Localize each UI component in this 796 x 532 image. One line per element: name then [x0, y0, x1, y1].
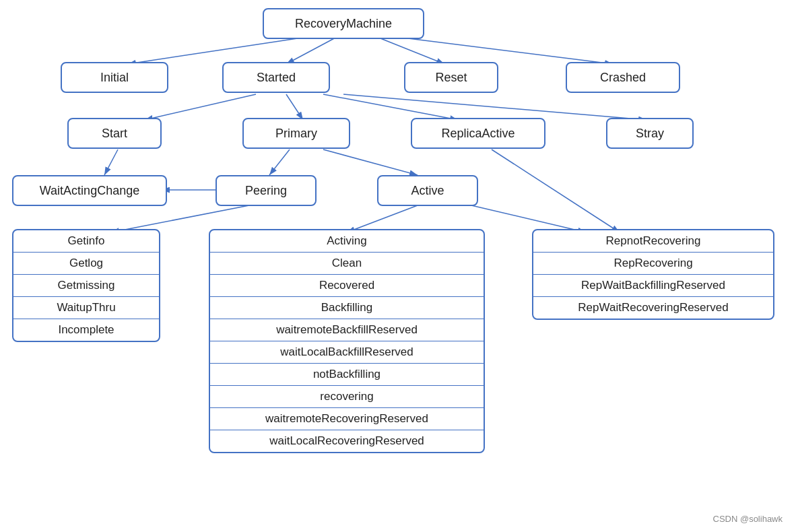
diagram: RecoveryMachine Initial Started Reset Cr…: [0, 0, 796, 532]
svg-line-5: [145, 94, 256, 120]
svg-line-2: [286, 37, 337, 64]
group-item-waitupthru: WaitupThru: [13, 297, 159, 319]
group-item-repnotrecovering: RepnotRecovering: [533, 230, 773, 253]
svg-line-3: [377, 37, 444, 64]
group-item-waitremoterecoveringreserved: waitremoteRecoveringReserved: [210, 408, 484, 430]
node-recoverymachine: RecoveryMachine: [263, 8, 424, 39]
node-active: Active: [377, 175, 478, 206]
node-reset: Reset: [404, 62, 498, 93]
group-item-reprecovering: RepRecovering: [533, 253, 773, 275]
group-item-waitlocalrecoveringreserved: waitLocalRecoveringReserved: [210, 430, 484, 452]
group-item-getlog: Getlog: [13, 253, 159, 275]
svg-line-9: [104, 149, 118, 175]
svg-line-1: [128, 37, 306, 64]
node-primary: Primary: [242, 118, 350, 149]
group-active-children: Activing Clean Recovered Backfilling wai…: [209, 229, 485, 453]
svg-line-7: [323, 94, 458, 120]
svg-line-4: [397, 37, 613, 64]
node-initial: Initial: [61, 62, 168, 93]
svg-line-8: [343, 94, 646, 120]
group-item-clean: Clean: [210, 253, 484, 275]
group-item-backfilling: Backfilling: [210, 297, 484, 319]
svg-line-14: [471, 205, 586, 232]
svg-line-13: [347, 205, 418, 232]
svg-line-6: [286, 94, 303, 120]
group-item-repwaitbackfillingreserved: RepWaitBackfillingReserved: [533, 275, 773, 297]
svg-line-15: [492, 149, 620, 232]
node-replicaactive: ReplicaActive: [411, 118, 545, 149]
group-item-repwaitrecoveringreserved: RepWaitRecoveringReserved: [533, 297, 773, 319]
node-stray: Stray: [606, 118, 694, 149]
group-item-recovered: Recovered: [210, 275, 484, 297]
node-start: Start: [67, 118, 162, 149]
group-item-recovering: recovering: [210, 386, 484, 408]
svg-line-11: [323, 149, 418, 175]
svg-line-10: [269, 149, 290, 175]
node-crashed: Crashed: [566, 62, 680, 93]
group-item-notbackfilling: notBackfilling: [210, 364, 484, 386]
group-item-waitlocalbackfillreserved: waitLocalBackfillReserved: [210, 341, 484, 364]
group-item-getinfo: Getinfo: [13, 230, 159, 253]
node-started: Started: [222, 62, 330, 93]
group-item-activing: Activing: [210, 230, 484, 253]
watermark: CSDN @solihawk: [713, 514, 783, 524]
svg-line-12: [111, 205, 249, 232]
node-peering: Peering: [215, 175, 317, 206]
node-waitactingchange: WaitActingChange: [12, 175, 167, 206]
group-peering-children: Getinfo Getlog Getmissing WaitupThru Inc…: [12, 229, 160, 342]
group-item-incomplete: Incomplete: [13, 319, 159, 341]
group-item-getmissing: Getmissing: [13, 275, 159, 297]
group-replicaactive-children: RepnotRecovering RepRecovering RepWaitBa…: [532, 229, 774, 320]
group-item-waitremotebackfillreserved: waitremoteBackfillReserved: [210, 319, 484, 341]
